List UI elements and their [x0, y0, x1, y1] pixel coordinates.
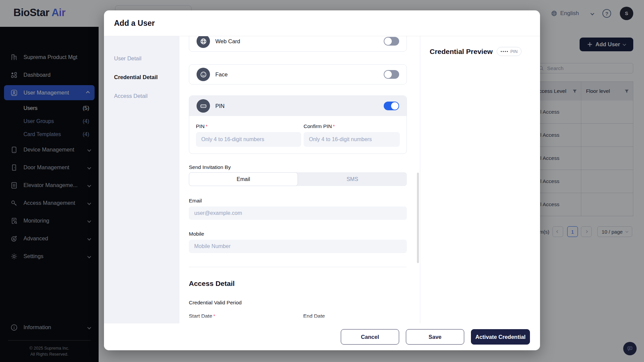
credential-row-face: Face	[189, 64, 407, 84]
tab-credential-detail[interactable]: Credential Detail	[104, 68, 179, 86]
credential-label: PIN	[215, 103, 378, 109]
required-asterisk: *	[333, 123, 335, 129]
pin-toggle[interactable]	[384, 102, 399, 110]
send-invitation-label: Send Invitation By	[189, 164, 231, 170]
tab-access-detail[interactable]: Access Detail	[104, 86, 179, 105]
credential-group-pin: PIN PIN* Confirm PIN*	[189, 96, 407, 154]
invitation-method-segmented: Email SMS	[189, 172, 407, 186]
credential-valid-period-label: Credential Valid Period	[189, 300, 241, 306]
credential-preview-panel: Credential Preview PIN	[420, 36, 540, 323]
modal-scrollbar[interactable]	[417, 173, 419, 263]
modal-section-nav: User Detail Credential Detail Access Det…	[104, 36, 179, 323]
confirm-pin-label: Confirm PIN*	[304, 123, 400, 129]
activate-credential-button[interactable]: Activate Credential	[471, 329, 530, 345]
invitation-option-sms[interactable]: SMS	[298, 172, 407, 186]
web-card-toggle[interactable]	[384, 37, 399, 46]
add-user-modal: Add a User User Detail Credential Detail…	[104, 10, 540, 350]
pin-keypad-icon	[197, 99, 210, 113]
scroll-fade	[179, 315, 420, 323]
credential-label: Face	[215, 71, 378, 78]
mobile-label: Mobile	[189, 231, 204, 237]
modal-footer: Cancel Save Activate Credential	[104, 323, 540, 350]
modal-header: Add a User	[104, 10, 540, 36]
face-toggle[interactable]	[384, 70, 399, 79]
email-label: Email	[189, 198, 202, 204]
invitation-option-email[interactable]: Email	[189, 172, 298, 186]
credential-preview-heading: Credential Preview	[430, 48, 493, 56]
tab-user-detail[interactable]: User Detail	[104, 49, 179, 68]
credential-row-pin: PIN	[189, 96, 407, 116]
chat-bubble-icon	[627, 345, 633, 352]
web-card-icon	[197, 36, 210, 48]
email-input[interactable]	[189, 206, 407, 220]
pin-fields: PIN* Confirm PIN*	[189, 116, 407, 147]
pin-badge: PIN	[497, 47, 522, 56]
credential-row-web-card: Web Card	[189, 36, 407, 52]
cancel-button[interactable]: Cancel	[341, 329, 399, 345]
modal-scroll-content: Web Card Face PIN PIN*	[189, 36, 407, 323]
chat-button[interactable]	[623, 342, 637, 355]
pin-input[interactable]	[196, 132, 301, 147]
pin-dots-icon	[501, 51, 508, 52]
face-icon	[197, 68, 210, 81]
section-divider	[189, 267, 407, 267]
access-detail-heading: Access Detail	[189, 280, 235, 288]
modal-title: Add a User	[114, 19, 155, 28]
credential-label: Web Card	[215, 38, 378, 45]
required-asterisk: *	[206, 123, 208, 129]
save-button[interactable]: Save	[406, 329, 464, 345]
modal-form-area: Web Card Face PIN PIN*	[179, 36, 420, 323]
pin-label: PIN*	[196, 123, 301, 129]
mobile-input[interactable]	[189, 240, 407, 253]
confirm-pin-input[interactable]	[304, 132, 400, 147]
